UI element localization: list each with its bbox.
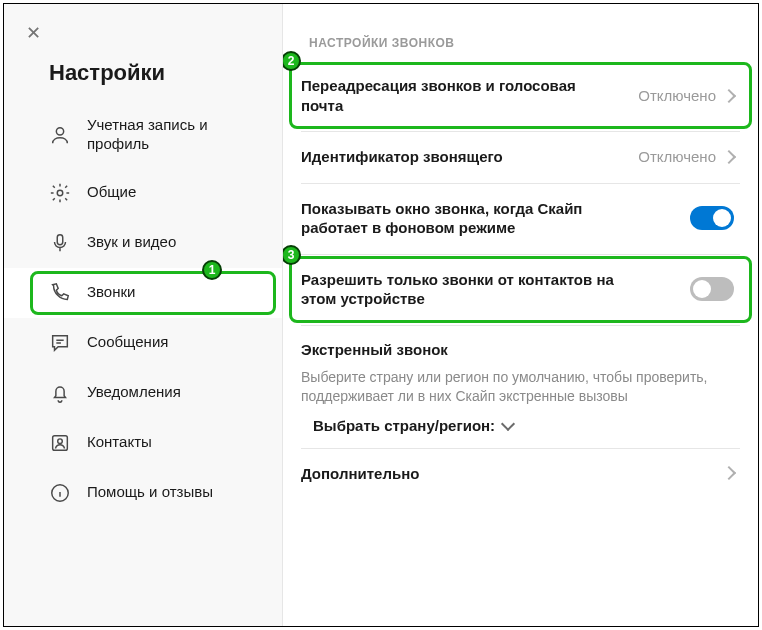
- sidebar-item-audio-video[interactable]: Звук и видео: [4, 218, 282, 268]
- row-incoming-window: Показывать окно звонка, когда Скайп рабо…: [283, 183, 758, 254]
- row-only-contacts: 3 Разрешить только звонки от контактов н…: [283, 254, 758, 325]
- row-title: Показывать окно звонка, когда Скайп рабо…: [301, 199, 621, 238]
- svg-rect-2: [57, 234, 63, 244]
- user-icon: [49, 124, 71, 146]
- chevron-down-icon: [501, 417, 515, 431]
- bell-icon: [49, 382, 71, 404]
- gear-icon: [49, 182, 71, 204]
- emergency-block: Экстренный звонок Выберите страну или ре…: [283, 325, 758, 448]
- message-icon: [49, 332, 71, 354]
- contacts-icon: [49, 432, 71, 454]
- sidebar-item-label: Звук и видео: [87, 233, 176, 252]
- sidebar-item-help[interactable]: Помощь и отзывы: [4, 468, 282, 518]
- sidebar-item-label: Общие: [87, 183, 136, 202]
- row-title: Дополнительно: [301, 464, 419, 484]
- settings-content: НАСТРОЙКИ ЗВОНКОВ 2 Переадресация звонко…: [283, 4, 758, 626]
- annotation-badge-1: 1: [202, 260, 222, 280]
- row-title: Переадресация звонков и голосовая почта: [301, 76, 621, 115]
- mic-icon: [49, 232, 71, 254]
- info-icon: [49, 482, 71, 504]
- settings-sidebar: ✕ Настройки Учетная запись и профиль Общ…: [4, 4, 283, 626]
- sidebar-item-label: Контакты: [87, 433, 152, 452]
- sidebar-item-notifications[interactable]: Уведомления: [4, 368, 282, 418]
- sidebar-item-label: Сообщения: [87, 333, 168, 352]
- phone-icon: [49, 282, 71, 304]
- sidebar-title: Настройки: [4, 50, 282, 102]
- emergency-title: Экстренный звонок: [301, 341, 734, 358]
- row-title: Идентификатор звонящего: [301, 147, 503, 167]
- sidebar-item-account[interactable]: Учетная запись и профиль: [4, 102, 282, 168]
- row-status: Отключено: [638, 87, 734, 104]
- sidebar-item-label: Уведомления: [87, 383, 181, 402]
- sidebar-item-label: Учетная запись и профиль: [87, 116, 260, 154]
- row-more[interactable]: Дополнительно: [283, 448, 758, 500]
- row-status: Отключено: [638, 148, 734, 165]
- sidebar-item-messages[interactable]: Сообщения: [4, 318, 282, 368]
- annotation-badge-2: 2: [283, 51, 301, 71]
- svg-point-0: [56, 127, 63, 134]
- toggle-only-contacts[interactable]: [690, 277, 734, 301]
- settings-window: ✕ Настройки Учетная запись и профиль Общ…: [3, 3, 759, 627]
- chevron-right-icon: [722, 150, 736, 164]
- svg-point-4: [58, 438, 63, 443]
- sidebar-item-label: Помощь и отзывы: [87, 483, 213, 502]
- row-title: Разрешить только звонки от контактов на …: [301, 270, 621, 309]
- toggle-incoming-window[interactable]: [690, 206, 734, 230]
- emergency-desc: Выберите страну или регион по умолчанию,…: [301, 368, 734, 407]
- row-caller-id[interactable]: Идентификатор звонящего Отключено: [283, 131, 758, 183]
- chevron-right-icon: [722, 88, 736, 102]
- sidebar-item-contacts[interactable]: Контакты: [4, 418, 282, 468]
- country-picker[interactable]: Выбрать страну/регион:: [301, 417, 734, 434]
- chevron-right-icon: [722, 466, 736, 480]
- sidebar-item-label: Звонки: [87, 283, 135, 302]
- close-icon[interactable]: ✕: [26, 23, 41, 43]
- svg-point-1: [57, 190, 63, 196]
- annotation-badge-3: 3: [283, 245, 301, 265]
- sidebar-item-general[interactable]: Общие: [4, 168, 282, 218]
- row-forwarding[interactable]: 2 Переадресация звонков и голосовая почт…: [283, 60, 758, 131]
- sidebar-item-calls[interactable]: 1 Звонки: [4, 268, 282, 318]
- section-title: НАСТРОЙКИ ЗВОНКОВ: [283, 18, 758, 60]
